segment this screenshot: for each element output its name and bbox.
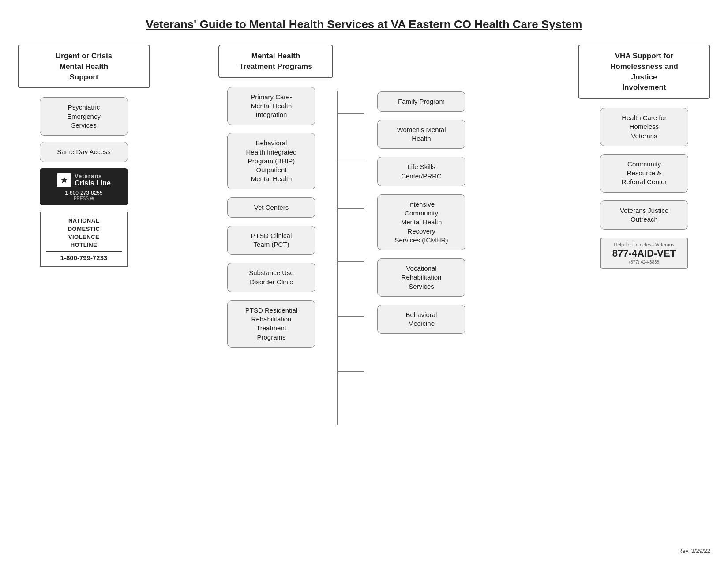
- vcl-press: PRESS ❶: [74, 196, 94, 201]
- vcl-phone: 1-800-273-8255: [65, 190, 102, 196]
- item-primary-care-mhi: Primary Care-Mental HealthIntegration: [227, 87, 315, 125]
- item-vocational-rehab: VocationalRehabilitationServices: [377, 258, 465, 297]
- item-behavioral-medicine: BehavioralMedicine: [377, 305, 465, 334]
- col2-items: Primary Care-Mental HealthIntegration Be…: [218, 87, 324, 355]
- item-womens-mental-health: Women's MentalHealth: [377, 120, 465, 149]
- revision-date: Rev. 3/29/22: [678, 548, 710, 554]
- diagram: Urgent or CrisisMental HealthSupport Psy…: [18, 45, 710, 436]
- item-same-day-access: Same Day Access: [40, 142, 128, 162]
- aid-vet-box: Help for Homeless Veterans 877-4AID-VET …: [600, 238, 688, 269]
- urgent-crisis-header: Urgent or CrisisMental HealthSupport: [18, 45, 150, 88]
- page-title: Veterans' Guide to Mental Health Service…: [18, 18, 710, 31]
- vcl-text: Veterans Crisis Line: [75, 173, 111, 187]
- vha-header: VHA Support forHomelessness andJusticeIn…: [578, 45, 710, 99]
- vcl-star-icon: ★: [57, 173, 71, 187]
- item-family-program: Family Program: [377, 91, 465, 112]
- item-life-skills: Life SkillsCenter/PRRC: [377, 157, 465, 186]
- ndvh-title: NATIONALDOMESTICVIOLENCEHOTLINE: [46, 217, 122, 252]
- item-vet-centers: Vet Centers: [227, 197, 315, 218]
- item-community-resource: CommunityResource &Referral Center: [600, 154, 688, 193]
- vcl-veterans-label: Veterans: [75, 173, 111, 179]
- col3-items: Family Program Women's MentalHealth Life…: [377, 87, 465, 342]
- item-substance-use: Substance UseDisorder Clinic: [227, 263, 315, 292]
- connector-svg: [324, 91, 377, 436]
- col-urgent-crisis: Urgent or CrisisMental HealthSupport Psy…: [18, 45, 150, 273]
- item-icmhr: IntensiveCommunityMental HealthRecoveryS…: [377, 194, 465, 250]
- veterans-crisis-line-box: ★ Veterans Crisis Line 1-800-273-8255 PR…: [40, 168, 128, 205]
- vcl-top: ★ Veterans Crisis Line: [57, 173, 111, 187]
- item-ptsd-residential: PTSD ResidentialRehabilitationTreatmentP…: [227, 300, 315, 348]
- item-psychiatric-emergency: PsychiatricEmergencyServices: [40, 97, 128, 136]
- treatment-programs-header: Mental HealthTreatment Programs: [218, 45, 333, 78]
- item-health-care-homeless: Health Care forHomelessVeterans: [600, 108, 688, 146]
- treatment-branch: Primary Care-Mental HealthIntegration Be…: [218, 87, 510, 436]
- item-bhip: BehavioralHealth IntegratedProgram (BHIP…: [227, 133, 315, 189]
- item-veterans-justice-outreach: Veterans JusticeOutreach: [600, 200, 688, 230]
- vcl-crisisline-label: Crisis Line: [75, 179, 111, 187]
- item-ptsd-clinical-team: PTSD ClinicalTeam (PCT): [227, 226, 315, 255]
- ndvh-box: NATIONALDOMESTICVIOLENCEHOTLINE 1-800-79…: [40, 212, 128, 267]
- treatment-section: Mental HealthTreatment Programs Primary …: [218, 45, 510, 436]
- aid-vet-header: Help for Homeless Veterans: [605, 242, 683, 247]
- aid-vet-sub: (877) 424-3838: [605, 260, 683, 264]
- aid-vet-number: 877-4AID-VET: [605, 248, 683, 259]
- ndvh-phone: 1-800-799-7233: [46, 254, 122, 261]
- col-vha: VHA Support forHomelessness andJusticeIn…: [578, 45, 710, 275]
